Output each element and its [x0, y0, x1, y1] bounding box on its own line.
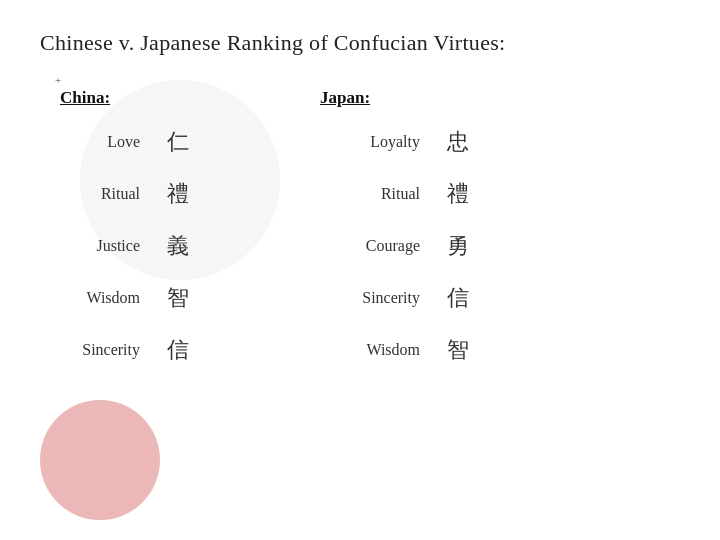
china-column-header: China: — [60, 88, 290, 108]
china-virtue-name-1: Ritual — [50, 185, 140, 203]
china-section-1: Ritual禮 — [50, 179, 310, 209]
china-section-4: Sincerity信 — [50, 335, 310, 365]
china-virtue-name-0: Love — [50, 133, 140, 151]
japan-virtue-name-2: Courage — [330, 237, 420, 255]
japan-virtue-name-1: Ritual — [330, 185, 420, 203]
japan-section-2: Courage勇 — [330, 231, 590, 261]
china-virtue-name-2: Justice — [50, 237, 140, 255]
japan-flag-circle — [40, 400, 160, 520]
china-virtue-name-4: Sincerity — [50, 341, 140, 359]
china-virtue-name-3: Wisdom — [50, 289, 140, 307]
table-row: Wisdom智Sincerity信 — [50, 272, 680, 324]
virtues-table: Love仁Loyalty忠Ritual禮Ritual禮Justice義Coura… — [50, 116, 680, 376]
japan-virtue-char-2: 勇 — [438, 231, 478, 261]
table-row: Ritual禮Ritual禮 — [50, 168, 680, 220]
japan-virtue-char-3: 信 — [438, 283, 478, 313]
japan-virtue-name-0: Loyalty — [330, 133, 420, 151]
japan-section-0: Loyalty忠 — [330, 127, 590, 157]
china-virtue-char-2: 義 — [158, 231, 198, 261]
china-section-0: Love仁 — [50, 127, 310, 157]
china-section-3: Wisdom智 — [50, 283, 310, 313]
page-title: Chinese v. Japanese Ranking of Confucian… — [40, 30, 680, 56]
china-virtue-char-3: 智 — [158, 283, 198, 313]
rank-indicator: + — [55, 74, 680, 86]
column-headers: China: Japan: — [50, 88, 680, 108]
page-container: Chinese v. Japanese Ranking of Confucian… — [0, 0, 720, 406]
japan-virtue-char-4: 智 — [438, 335, 478, 365]
japan-virtue-name-3: Sincerity — [330, 289, 420, 307]
china-virtue-char-4: 信 — [158, 335, 198, 365]
table-row: Love仁Loyalty忠 — [50, 116, 680, 168]
japan-virtue-char-1: 禮 — [438, 179, 478, 209]
japan-section-4: Wisdom智 — [330, 335, 590, 365]
table-row: Justice義Courage勇 — [50, 220, 680, 272]
japan-section-1: Ritual禮 — [330, 179, 590, 209]
china-virtue-char-1: 禮 — [158, 179, 198, 209]
japan-column-header: Japan: — [320, 88, 550, 108]
china-section-2: Justice義 — [50, 231, 310, 261]
table-wrapper: + China: Japan: Love仁Loyalty忠Ritual禮Ritu… — [50, 74, 680, 376]
table-row: Sincerity信Wisdom智 — [50, 324, 680, 376]
japan-section-3: Sincerity信 — [330, 283, 590, 313]
japan-virtue-name-4: Wisdom — [330, 341, 420, 359]
china-virtue-char-0: 仁 — [158, 127, 198, 157]
japan-virtue-char-0: 忠 — [438, 127, 478, 157]
